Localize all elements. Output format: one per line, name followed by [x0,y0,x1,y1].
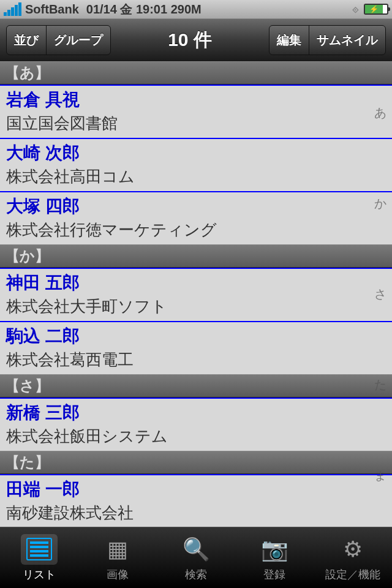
page-title: 10 件 [111,28,269,53]
contact-name: 駒込 二郎 [6,325,386,348]
search-icon: 🔍 [183,537,210,562]
section-header: 【さ】 [0,374,392,398]
nav-bar: 並び グループ 10 件 編集 サムネイル [0,18,392,61]
section-header: 【た】 [0,451,392,474]
index-letter[interactable]: ま [374,467,386,484]
list-item[interactable]: 大崎 次郎株式会社高田コム [0,138,392,191]
tab-label: 設定／機能 [325,567,380,582]
tab-label: 登録 [263,567,285,582]
contact-org: 株式会社大手町ソフト [6,296,386,317]
list-item[interactable]: 駒込 二郎株式会社葛西電工 [0,321,392,374]
index-letter[interactable]: あ [374,105,386,121]
index-bar[interactable]: あかさたま [370,67,391,521]
carrier-label: SoftBank [25,2,79,17]
signal-icon [4,2,21,16]
tab-register[interactable]: 📷 登録 [235,527,314,588]
list-item[interactable]: 岩倉 具視国立国会図書館 [0,85,392,138]
contact-org: 国立国会図書館 [6,113,386,134]
bluetooth-icon: ⟐ [352,3,359,16]
list-icon [26,538,52,560]
list-item[interactable]: 神田 五郎株式会社大手町ソフト [0,268,392,321]
group-button[interactable]: グループ [46,25,111,55]
contacts-list[interactable]: 【あ】岩倉 具視国立国会図書館大崎 次郎株式会社高田コム大塚 四郎株式会社行徳マ… [0,61,392,527]
contact-name: 大塚 四郎 [6,195,386,218]
tab-label: 検索 [185,567,207,582]
contact-org: 株式会社飯田システム [6,426,386,447]
camera-icon: 📷 [261,537,288,562]
index-letter[interactable]: た [374,377,386,393]
contact-name: 新橋 三郎 [6,401,386,424]
list-item[interactable]: 大塚 四郎株式会社行徳マーケティング [0,191,392,244]
gear-icon: ⚙ [343,537,363,562]
contact-name: 岩倉 具視 [6,88,386,111]
contact-org: 南砂建設株式会社 [6,502,386,524]
contact-org: 株式会社行徳マーケティング [6,219,386,241]
tab-list[interactable]: リスト [0,527,78,588]
tab-label: 画像 [107,567,129,582]
section-header: 【か】 [0,244,392,268]
battery-icon: ⚡ [364,4,388,15]
section-header: 【あ】 [0,61,392,85]
sort-button[interactable]: 並び [6,25,47,55]
contact-name: 田端 一郎 [6,478,386,501]
datetime-label: 01/14 金 19:01 290M [86,1,202,18]
tab-bar: リスト ▦ 画像 🔍 検索 📷 登録 ⚙ 設定／機能 [0,527,392,588]
contact-org: 株式会社高田コム [6,166,386,187]
index-letter[interactable]: さ [374,286,386,303]
tab-image[interactable]: ▦ 画像 [78,527,157,588]
contact-name: 神田 五郎 [6,271,386,295]
thumbnail-button[interactable]: サムネイル [309,25,386,55]
status-bar: SoftBank 01/14 金 19:01 290M ⟐ ⚡ [0,0,392,18]
list-item[interactable]: 新橋 三郎株式会社飯田システム [0,398,392,451]
contact-org: 株式会社葛西電工 [6,349,386,371]
edit-button[interactable]: 編集 [269,25,309,55]
list-item[interactable]: 田端 一郎南砂建設株式会社 [0,474,392,527]
image-icon: ▦ [107,537,128,562]
tab-search[interactable]: 🔍 検索 [157,527,235,588]
contact-name: 大崎 次郎 [6,141,386,165]
index-letter[interactable]: か [374,195,386,212]
tab-settings[interactable]: ⚙ 設定／機能 [314,527,392,588]
tab-label: リスト [23,567,56,582]
